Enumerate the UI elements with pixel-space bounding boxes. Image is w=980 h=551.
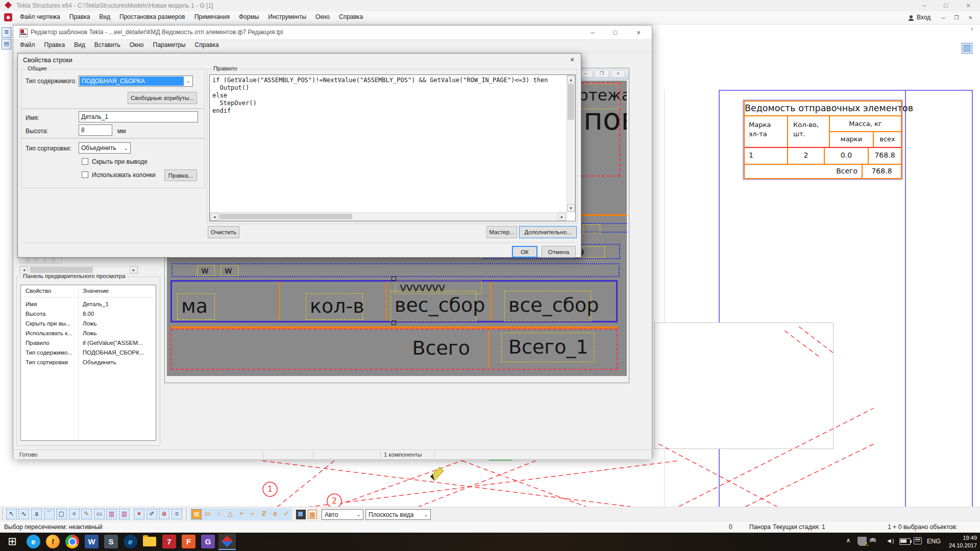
cell-vse-sbor[interactable]: все_сбор [508,294,599,316]
cell-ma[interactable]: ма [181,295,208,317]
rule-code[interactable]: if (GetValue("ASSEMBLY_POS")!=NextValue(… [210,75,569,212]
text-tool-icon[interactable]: a [31,509,42,519]
cancel-button[interactable]: Отмена [542,246,576,258]
selection-handle[interactable] [391,320,396,325]
taskbar-app-word[interactable]: W [85,535,99,548]
snap-points-icon[interactable]: ✶ [134,509,144,519]
snap-zline-off-icon[interactable]: ƶ [270,509,280,519]
field-w1[interactable]: w [201,265,209,276]
rule-editor[interactable]: if (GetValue("ASSEMBLY_POS")!=NextValue(… [209,74,576,221]
field-box[interactable] [583,224,600,233]
menu-file[interactable]: Файл чертежа [15,12,65,22]
cell-vsego-1[interactable]: Всего_1 [508,336,589,358]
snap-sketch-icon[interactable]: ✐ [146,509,157,519]
snap-plug-icon[interactable]: ¤ [172,509,182,519]
edit-columns-button[interactable]: Правка... [164,169,197,181]
use-columns-checkbox[interactable] [82,171,88,178]
scroll-up-button[interactable]: ▴ [567,76,575,83]
tray-chevron-icon[interactable]: ∧ [843,537,853,544]
scroll-thumb[interactable] [568,84,574,120]
left-tool-1[interactable]: ≣ [2,27,11,38]
ortho-tool-icon[interactable] [296,510,306,519]
cell-vsego[interactable]: Всего [302,337,470,359]
view-plane-select[interactable]: Плоскость вида ⌄ [365,509,431,520]
header-row[interactable]: w w [172,263,620,277]
editor-menu-window[interactable]: Окно [125,40,149,50]
content-type-select[interactable]: ПОДОБНАЯ_СБОРКА ⌄ [79,76,193,87]
editor-menu-edit[interactable]: Правка [40,40,70,50]
field-w2[interactable]: w [225,265,232,276]
taskbar-app-5[interactable]: S [104,535,118,548]
area-tool-icon[interactable]: ▭ [94,509,105,519]
menu-view[interactable]: Вид [94,12,115,22]
snap-corner-icon[interactable]: ⌐ [248,509,258,519]
menu-dimensioning[interactable]: Простановка размеров [115,12,190,22]
taskbar-app-explorer[interactable] [143,537,156,546]
panel-chevron[interactable]: › [971,24,973,33]
scroll-left-button[interactable]: ◂ [210,213,218,220]
scroll-thumb[interactable] [219,214,352,219]
start-button[interactable]: ⊞ [5,534,19,548]
scroll-left-button[interactable]: ◂ [20,266,28,273]
snap-triangle-icon[interactable]: △ [225,509,235,519]
freehand-tool-icon[interactable]: ∿ [18,509,29,519]
editor-menu-file[interactable]: Файл [15,40,40,50]
editor-maximize-button[interactable]: ▢ [608,27,622,37]
minimize-button[interactable]: – [914,0,935,11]
clear-button[interactable]: Очистить [208,226,239,238]
doc-restore-button[interactable]: ❐ [595,70,609,78]
menu-shapes[interactable]: Формы [234,12,263,22]
doc-minimize-button[interactable]: – [937,12,949,22]
login-button[interactable]: Вход [917,14,930,21]
right-panel-icon[interactable] [962,43,972,54]
arc-tool-icon[interactable]: ⌒ [44,509,55,519]
tray-language[interactable]: ENG [927,538,941,545]
editor-close-button[interactable]: × [632,27,645,37]
taskbar-app-edge[interactable]: e [27,535,40,548]
hide-on-output-checkbox[interactable] [82,158,88,165]
rect-tool-icon[interactable]: ▢ [56,509,67,519]
editor-menu-help[interactable]: Справка [190,40,224,50]
advanced-button[interactable]: Дополнительно... [519,226,577,238]
editor-menu-insert[interactable]: Вставить [90,40,125,50]
taskbar-app-ie[interactable]: e [124,535,137,548]
tray-clock[interactable]: 19:49 24.10.2017 [945,534,977,549]
chevron-down-icon[interactable]: ⌄ [184,76,192,86]
taskbar-app-7zip[interactable]: 7 [162,535,176,548]
editor-menu-view[interactable]: Вид [69,40,90,50]
ok-button[interactable]: ОК [512,246,537,258]
snap-mode-select[interactable]: Авто ⌄ [322,509,363,520]
height-input[interactable]: 8 [79,124,112,136]
taskbar-app-10[interactable]: G [201,535,215,548]
scroll-right-button[interactable]: ▸ [130,266,138,273]
cell-kolv[interactable]: кол-в [310,295,364,317]
scroll-thumb[interactable] [30,267,93,273]
sort-type-select[interactable]: Объединить ⌄ [79,142,131,154]
menu-edit[interactable]: Правка [65,12,95,22]
menu-tools[interactable]: Инструменты [263,12,311,22]
selection-handle[interactable] [391,277,396,281]
menu-annotations[interactable]: Примечания [190,12,234,22]
tray-volume-icon[interactable]: ◄) [886,537,894,544]
left-tool-2[interactable]: ▤ [2,39,11,49]
doc-restore-button[interactable]: ❐ [950,12,963,22]
snap-square-icon[interactable]: ▭ [203,509,213,519]
snap-check-icon[interactable]: ✓ [281,509,291,519]
cell-ves-sbor[interactable]: вес_сбор [395,294,485,316]
snap-off-icon[interactable]: ⊠ [191,509,202,519]
brush-tool-icon[interactable]: ✎ [81,509,92,519]
scroll-right-button[interactable]: ▸ [558,213,566,220]
bracket-tool-icon[interactable]: ⌗ [69,509,80,519]
taskbar-app-chrome[interactable] [65,535,79,548]
editor-minimize-button[interactable]: – [586,27,599,37]
snap-circle-icon[interactable]: ○ [214,509,224,519]
select-tool-icon[interactable]: ↖ [6,509,17,519]
taskbar-app-firefox[interactable]: f [46,535,60,548]
dialog-close-button[interactable]: × [567,55,577,64]
taskbar-app-filezilla[interactable]: F [182,535,195,548]
menu-window[interactable]: Окно [311,12,334,22]
snap-zline-icon[interactable]: Ƶ [259,509,269,519]
maximize-button[interactable]: ▢ [935,0,957,11]
scroll-down-button[interactable]: ▾ [567,204,575,212]
columns-tool-icon[interactable]: ▥ [106,509,117,519]
